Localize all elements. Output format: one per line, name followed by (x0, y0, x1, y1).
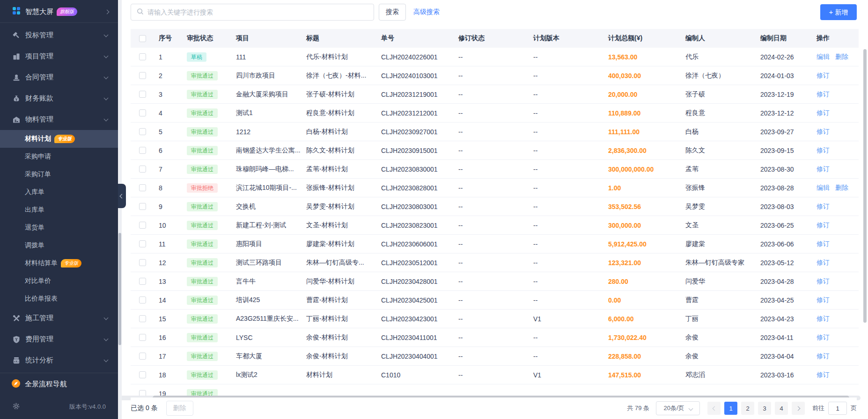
delete-button[interactable]: 删除 (166, 401, 193, 416)
select-all-checkbox[interactable] (139, 35, 146, 42)
sidebar-item-panorama-nav[interactable]: 全景流程导航 (0, 373, 118, 395)
row-version: -- (529, 184, 603, 192)
row-code: CLJH20230606001 (376, 240, 454, 248)
sidebar-item-合同管理[interactable]: 合同管理 (0, 67, 118, 88)
row-checkbox[interactable] (139, 184, 146, 191)
goto-page-input[interactable] (828, 402, 847, 415)
row-checkbox[interactable] (139, 166, 146, 173)
sidebar-item-施工管理[interactable]: 施工管理 (0, 308, 118, 329)
sidebar-subitem-调拨单[interactable]: 调拨单 (0, 237, 118, 254)
sidebar-item-smart-screen[interactable]: 智慧大屏 旗舰版 (0, 1, 118, 22)
sidebar-subitem-材料结算单[interactable]: 材料结算单专业版 (0, 254, 118, 272)
action-link-删除[interactable]: 删除 (835, 184, 848, 191)
action-link-修订[interactable]: 修订 (817, 146, 830, 154)
row-project: 言牛牛 (231, 277, 302, 286)
action-link-修订[interactable]: 修订 (817, 333, 830, 341)
row-checkbox-cell (131, 147, 154, 154)
next-page-button[interactable] (792, 402, 805, 415)
row-date: 2023-04-04 (756, 353, 812, 360)
row-checkbox[interactable] (139, 72, 146, 79)
row-checkbox[interactable] (139, 278, 146, 285)
prev-page-button[interactable] (707, 402, 721, 415)
action-link-修订[interactable]: 修订 (817, 128, 830, 135)
action-link-修订[interactable]: 修订 (817, 352, 830, 360)
sidebar-item-物料管理[interactable]: 物料管理 (0, 109, 118, 130)
row-checkbox[interactable] (139, 371, 146, 378)
sidebar-item-项目管理[interactable]: 项目管理 (0, 46, 118, 67)
sidebar-collapse-toggle[interactable] (118, 184, 126, 208)
row-version: V1 (529, 371, 603, 379)
goto-label: 前往 (812, 404, 824, 412)
row-author: 孟苇 (681, 165, 756, 173)
action-link-删除[interactable]: 删除 (835, 53, 848, 60)
action-link-修订[interactable]: 修订 (817, 109, 830, 116)
row-code: CLJH20230830001 (376, 166, 454, 173)
row-title: 丁丽-材料计划 (302, 315, 376, 323)
sidebar-subitem-入库单[interactable]: 入库单 (0, 183, 118, 201)
sidebar-subitem-采购订单[interactable]: 采购订单 (0, 166, 118, 183)
row-code: CLJH20240103001 (376, 72, 454, 79)
sidebar-subitem-比价单报表[interactable]: 比价单报表 (0, 290, 118, 308)
total-count-label: 共 79 条 (627, 404, 649, 412)
action-link-修订[interactable]: 修订 (817, 315, 830, 322)
gear-icon[interactable] (12, 402, 20, 412)
sidebar-subitem-采购申请[interactable]: 采购申请 (0, 148, 118, 166)
row-checkbox[interactable] (139, 222, 146, 229)
action-link-修订[interactable]: 修订 (817, 202, 830, 210)
action-link-修订[interactable]: 修订 (817, 259, 830, 266)
sidebar-item-投标管理[interactable]: 投标管理 (0, 25, 118, 46)
column-header-5: 单号 (376, 34, 454, 43)
search-button[interactable]: 搜索 (379, 4, 406, 21)
action-link-修订[interactable]: 修订 (817, 165, 830, 173)
row-checkbox[interactable] (139, 353, 146, 360)
action-link-编辑[interactable]: 编辑 (817, 53, 830, 60)
action-link-修订[interactable]: 修订 (817, 90, 830, 98)
action-link-修订[interactable]: 修订 (817, 72, 830, 79)
row-checkbox[interactable] (139, 390, 146, 396)
sidebar-item-label: 统计分析 (25, 356, 53, 365)
page-button-3[interactable]: 3 (758, 402, 771, 415)
add-button[interactable]: +新增 (820, 4, 857, 20)
row-checkbox[interactable] (139, 334, 146, 341)
action-link-修订[interactable]: 修订 (817, 277, 830, 285)
row-checkbox[interactable] (139, 315, 146, 322)
row-revision: -- (454, 203, 529, 210)
search-input[interactable] (147, 8, 368, 16)
advanced-search-link[interactable]: 高级搜索 (413, 8, 440, 16)
sidebar-subitem-退货单[interactable]: 退货单 (0, 219, 118, 237)
action-link-修订[interactable]: 修订 (817, 240, 830, 247)
row-checkbox[interactable] (139, 203, 146, 210)
row-checkbox[interactable] (139, 147, 146, 154)
sidebar-item-财务账款[interactable]: 财务账款 (0, 88, 118, 109)
row-checkbox[interactable] (139, 296, 146, 303)
action-link-修订[interactable]: 修订 (817, 371, 830, 378)
sidebar-subitem-出库单[interactable]: 出库单 (0, 201, 118, 219)
sidebar-item-统计分析[interactable]: 统计分析 (0, 350, 118, 371)
column-header-7: 计划版本 (529, 34, 603, 43)
row-revision: -- (454, 278, 529, 285)
row-checkbox[interactable] (139, 240, 146, 247)
sidebar-scrollbar-thumb[interactable] (118, 233, 121, 345)
vertical-scrollbar-thumb[interactable] (863, 49, 867, 323)
row-checkbox[interactable] (139, 91, 146, 98)
page-size-select[interactable]: 20条/页 (656, 401, 700, 415)
page-button-1[interactable]: 1 (724, 402, 737, 415)
sidebar-subitem-材料计划[interactable]: 材料计划专业版 (0, 130, 118, 148)
row-checkbox[interactable] (139, 128, 146, 135)
action-link-修订[interactable]: 修订 (817, 221, 830, 229)
sidebar-subitem-对比单价[interactable]: 对比单价 (0, 272, 118, 290)
row-revision: -- (454, 72, 529, 79)
row-checkbox[interactable] (139, 259, 146, 266)
action-link-编辑[interactable]: 编辑 (817, 184, 830, 191)
action-link-修订[interactable]: 修订 (817, 296, 830, 303)
row-checkbox-cell (131, 128, 154, 135)
status-badge: 审批通过 (187, 314, 218, 324)
sidebar-item-费用管理[interactable]: 费用管理 (0, 329, 118, 350)
page-button-2[interactable]: 2 (741, 402, 754, 415)
chevron-right-icon (105, 9, 110, 14)
chevron-down-icon (104, 336, 109, 341)
sidebar-scrollbar[interactable] (118, 0, 122, 419)
row-checkbox[interactable] (139, 109, 146, 116)
page-button-4[interactable]: 4 (775, 402, 788, 415)
row-checkbox[interactable] (139, 53, 146, 60)
